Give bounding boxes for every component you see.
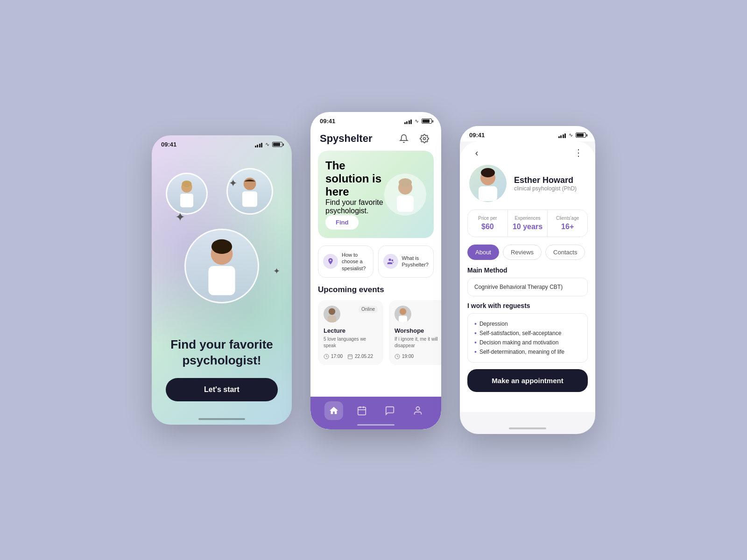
phone-profile: 09:41 ∿ ‹ ⋮	[460, 126, 595, 434]
event-meta-1: 17:00 22.05.22	[324, 354, 378, 359]
wifi-icon-2: ∿	[415, 118, 419, 124]
event-header-1: Online	[324, 306, 378, 322]
doctor-circle-center	[184, 229, 259, 303]
event-desc-1: 5 love languages we speak	[324, 336, 378, 349]
tab-reviews[interactable]: Reviews	[503, 245, 542, 260]
main-method-box: Cognirive Behavioral Therapy CBT)	[467, 278, 588, 296]
request-item-2: Self-satisfaction, self-acceptance	[474, 329, 581, 338]
wifi-icon-3: ∿	[569, 132, 573, 138]
header-icons	[396, 131, 432, 146]
hero-doctor-avatar	[384, 174, 426, 216]
svg-rect-28	[358, 407, 366, 415]
svg-point-18	[329, 308, 335, 315]
request-item-1: Depression	[474, 319, 581, 329]
svg-point-32	[416, 407, 419, 410]
nav-home-indicator	[357, 424, 395, 426]
svg-point-36	[481, 168, 495, 177]
requests-heading: I work with reguests	[460, 302, 595, 313]
event-card-1[interactable]: Online Lecture 5 love languages we speak…	[318, 300, 383, 365]
nav-home[interactable]	[324, 401, 343, 420]
stat-age-label: Clients'age	[551, 216, 584, 221]
info-card-specialist[interactable]: How to choose a spesialist?	[318, 245, 374, 278]
svg-point-11	[423, 138, 426, 140]
hero-text: The solution is here Find your favorite …	[325, 159, 384, 230]
event-title-1: Lecture	[324, 327, 378, 334]
svg-rect-1	[180, 194, 193, 207]
request-item-3: Decision making and motivation	[474, 338, 581, 347]
stat-clients-age: Clients'age 16+	[548, 210, 587, 237]
app-header: Spyshelter	[310, 127, 441, 151]
wifi-icon: ∿	[265, 141, 269, 147]
svg-point-17	[391, 259, 393, 261]
svg-point-25	[400, 308, 406, 315]
doctor-profile-avatar	[469, 165, 507, 202]
back-button[interactable]: ‹	[469, 145, 484, 160]
events-section-title: Upcoming events	[310, 285, 441, 300]
appointment-button[interactable]: Make an appointment	[467, 369, 588, 392]
tab-contacts[interactable]: Contacts	[545, 245, 585, 260]
lets-start-button[interactable]: Let's start	[166, 378, 278, 401]
star-decoration-3: ✦	[273, 266, 280, 276]
svg-rect-34	[479, 186, 497, 201]
request-item-4: Self-determination, meaning of life	[474, 347, 581, 357]
main-method-heading: Main Method	[460, 266, 595, 278]
app-title: Spyshelter	[320, 133, 373, 145]
splash-text: Find your favorite psychologist!	[152, 337, 292, 369]
info-card-psyshelter[interactable]: What is Psyshelter?	[378, 245, 434, 278]
nav-calendar[interactable]	[352, 401, 371, 420]
phone-2-content: Spyshelter	[310, 127, 441, 412]
more-button[interactable]: ⋮	[571, 145, 586, 160]
status-bar-2: 09:41 ∿	[310, 112, 441, 127]
svg-rect-19	[328, 315, 336, 322]
psyshelter-card-text: What is Psyshelter?	[402, 255, 429, 268]
svg-rect-26	[399, 315, 407, 322]
nav-profile[interactable]	[409, 401, 427, 420]
phone-splash: 09:41 ∿ ✦ ✦ ✦	[152, 135, 292, 425]
stat-experience: Experiences 10 years	[508, 210, 548, 237]
event-date-1: 22.05.22	[355, 354, 373, 359]
event-time-1: 17:00	[331, 354, 343, 359]
specialist-card-text: How to choose a spesialist?	[342, 252, 368, 272]
profile-tabs: About Reviews Contacts	[460, 245, 595, 266]
bottom-nav	[310, 397, 441, 429]
event-avatar-1	[324, 306, 340, 322]
tab-about[interactable]: About	[467, 245, 499, 260]
status-icons-1: ∿	[255, 141, 283, 147]
status-icons-3: ∿	[558, 132, 586, 138]
profile-nav-bar: ‹ ⋮	[460, 141, 595, 165]
event-card-2[interactable]: Worshope If i ignore it, me it will disa…	[389, 300, 441, 365]
status-icons-2: ∿	[404, 118, 432, 124]
splash-title: Find your favorite psychologist!	[161, 337, 282, 369]
events-row: Online Lecture 5 love languages we speak…	[310, 300, 441, 365]
stats-row: Price per $60 Experiences 10 years Clien…	[467, 210, 588, 237]
event-desc-2: If i ignore it, me it will disappear	[395, 336, 441, 349]
time-2: 09:41	[320, 118, 335, 125]
hero-subtitle: Find your favorite psychologist.	[325, 198, 384, 215]
find-button[interactable]: Find	[325, 215, 359, 230]
doctor-circle-right	[226, 168, 273, 215]
svg-point-3	[182, 181, 192, 187]
battery-icon-2	[422, 119, 432, 124]
svg-rect-5	[242, 191, 257, 207]
event-online-badge: Online	[359, 306, 378, 313]
stat-exp-label: Experiences	[512, 216, 544, 221]
doctor-avatar-3	[186, 230, 258, 302]
bell-icon[interactable]	[396, 131, 411, 146]
requests-list: Depression Self-satisfaction, self-accep…	[474, 319, 581, 357]
psyshelter-icon	[383, 254, 398, 269]
nav-chat[interactable]	[381, 401, 399, 420]
event-header-2	[395, 306, 441, 322]
svg-point-10	[211, 239, 232, 254]
hero-title: The solution is here	[325, 159, 384, 198]
home-indicator-1	[198, 418, 245, 420]
star-decoration-2: ✦	[175, 210, 185, 224]
settings-icon[interactable]	[417, 131, 432, 146]
svg-rect-8	[208, 266, 235, 295]
status-bar-1: 09:41 ∿	[152, 135, 292, 151]
svg-rect-13	[397, 196, 414, 212]
stat-price: Price per $60	[468, 210, 508, 237]
requests-box: Depression Self-satisfaction, self-accep…	[467, 313, 588, 363]
svg-point-15	[399, 178, 412, 187]
stat-age-value: 16+	[551, 223, 584, 231]
doctor-avatar-1	[167, 174, 206, 213]
